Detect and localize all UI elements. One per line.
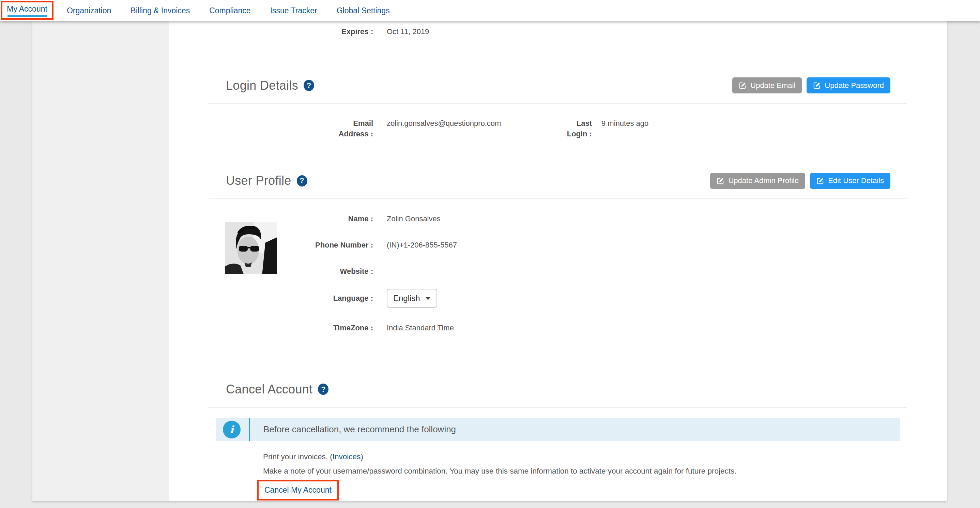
timezone-label: TimeZone : bbox=[169, 323, 373, 333]
name-value: Zolin Gonsalves bbox=[387, 214, 441, 225]
section-divider bbox=[208, 103, 907, 104]
update-email-button[interactable]: Update Email bbox=[732, 77, 802, 93]
help-icon[interactable]: ? bbox=[304, 80, 314, 91]
edit-user-details-button[interactable]: Edit User Details bbox=[810, 173, 890, 189]
expires-value: Oct 11, 2019 bbox=[387, 27, 429, 37]
help-icon[interactable]: ? bbox=[318, 384, 328, 395]
timezone-value: India Standard Time bbox=[387, 323, 454, 333]
timezone-row: TimeZone : India Standard Time bbox=[169, 322, 947, 334]
print-invoices-text-close: ) bbox=[361, 452, 363, 461]
tab-compliance[interactable]: Compliance bbox=[209, 6, 250, 15]
tab-billing-invoices[interactable]: Billing & Invoices bbox=[130, 6, 190, 15]
cancel-my-account-link[interactable]: Cancel My Account bbox=[264, 486, 332, 494]
language-dropdown-value: English bbox=[393, 293, 420, 304]
left-gutter-panel bbox=[32, 21, 169, 501]
login-details-title-text: Login Details bbox=[226, 78, 298, 93]
username-note-line: Make a note of your username/password co… bbox=[263, 466, 947, 477]
edit-icon bbox=[739, 81, 746, 89]
annotation-highlight-cancel: Cancel My Account bbox=[257, 480, 339, 500]
help-icon[interactable]: ? bbox=[297, 175, 307, 186]
update-email-label: Update Email bbox=[750, 81, 795, 90]
website-row: Website : bbox=[169, 265, 947, 277]
tab-global-settings[interactable]: Global Settings bbox=[337, 6, 390, 15]
login-details-title: Login Details ? bbox=[226, 78, 314, 93]
phone-value: (IN)+1-206-855-5567 bbox=[387, 240, 457, 251]
last-login-value: 9 minutes ago bbox=[601, 118, 648, 129]
language-dropdown[interactable]: English bbox=[387, 289, 437, 308]
language-field: English bbox=[387, 289, 437, 308]
last-login-label: Last Login : bbox=[554, 118, 592, 139]
email-address-label-text: Email Address : bbox=[329, 118, 373, 139]
profile-photo bbox=[225, 222, 277, 274]
profile-photo-image bbox=[225, 222, 277, 274]
cancel-account-title-text: Cancel Account bbox=[226, 382, 312, 397]
user-profile-header: User Profile ? Update Admin Profile bbox=[169, 172, 947, 189]
tab-my-account[interactable]: My Account bbox=[7, 5, 48, 17]
print-invoices-line: Print your invoices. (Invoices) bbox=[263, 451, 947, 462]
account-settings-content: Expires : Oct 11, 2019 Login Details ? U… bbox=[169, 21, 947, 501]
edit-icon bbox=[816, 177, 824, 185]
top-navigation: My Account Organization Billing & Invoic… bbox=[0, 0, 980, 21]
update-password-button[interactable]: Update Password bbox=[807, 77, 890, 93]
login-details-actions: Update Email Update Password bbox=[732, 77, 890, 93]
expires-row: Expires : Oct 11, 2019 bbox=[169, 27, 947, 37]
expires-label: Expires : bbox=[169, 27, 373, 37]
info-icon: i bbox=[223, 421, 240, 438]
user-profile-fields: Name : Zolin Gonsalves Phone Number : (I… bbox=[169, 213, 947, 334]
update-admin-profile-label: Update Admin Profile bbox=[728, 176, 799, 185]
user-profile-title: User Profile ? bbox=[226, 174, 307, 188]
caret-down-icon bbox=[425, 297, 431, 300]
user-profile-actions: Update Admin Profile Edit User Details bbox=[710, 173, 890, 189]
language-row: Language : English bbox=[169, 289, 947, 308]
last-login-label-text: Last Login : bbox=[558, 118, 592, 139]
account-settings-panel: Expires : Oct 11, 2019 Login Details ? U… bbox=[32, 21, 947, 501]
tab-issue-tracker[interactable]: Issue Tracker bbox=[270, 6, 317, 15]
banner-text: Before cancellation, we recommend the fo… bbox=[263, 424, 456, 435]
cancel-account-header: Cancel Account ? bbox=[169, 381, 947, 398]
edit-user-details-label: Edit User Details bbox=[828, 176, 884, 185]
edit-icon bbox=[717, 177, 724, 185]
email-address-value: zolin.gonsalves@questionpro.com bbox=[387, 118, 554, 129]
section-divider bbox=[208, 198, 907, 199]
invoices-link[interactable]: Invoices bbox=[332, 452, 361, 461]
phone-row: Phone Number : (IN)+1-206-855-5567 bbox=[169, 239, 947, 251]
login-details-header: Login Details ? Update Email Update bbox=[169, 77, 947, 94]
annotation-highlight-my-account: My Account bbox=[1, 1, 54, 20]
email-address-label: Email Address : bbox=[169, 118, 373, 139]
login-details-fields: Email Address : zolin.gonsalves@question… bbox=[169, 118, 947, 139]
cancel-account-title: Cancel Account ? bbox=[226, 382, 328, 397]
update-admin-profile-button[interactable]: Update Admin Profile bbox=[710, 173, 805, 189]
edit-icon bbox=[813, 81, 821, 89]
user-profile-title-text: User Profile bbox=[226, 174, 291, 188]
name-row: Name : Zolin Gonsalves bbox=[169, 213, 947, 225]
banner-accent-bar bbox=[249, 418, 250, 441]
tab-organization[interactable]: Organization bbox=[67, 6, 111, 15]
cancellation-info-banner: i Before cancellation, we recommend the … bbox=[216, 418, 900, 441]
section-divider bbox=[208, 407, 907, 408]
language-label: Language : bbox=[169, 293, 373, 304]
print-invoices-text: Print your invoices. ( bbox=[263, 452, 332, 461]
update-password-label: Update Password bbox=[825, 81, 884, 90]
